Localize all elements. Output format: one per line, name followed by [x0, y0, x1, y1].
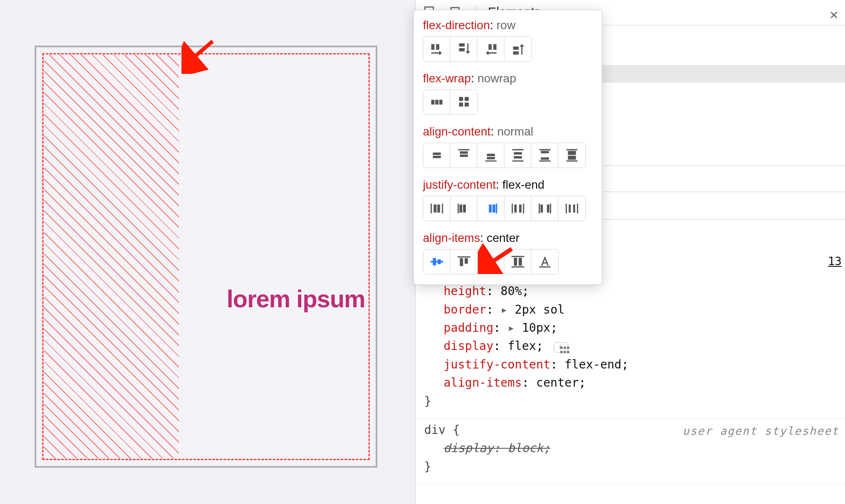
- svg-rect-37: [568, 156, 576, 160]
- align-content-center-button[interactable]: [423, 143, 450, 168]
- css-val[interactable]: 80%: [501, 284, 522, 298]
- svg-rect-63: [437, 259, 441, 264]
- css-val[interactable]: flex: [508, 339, 536, 353]
- svg-rect-54: [540, 205, 543, 213]
- css-prop: align-items: [444, 376, 522, 390]
- ua-stylesheet-label: user agent stylesheet: [682, 423, 839, 439]
- align-items-center-button[interactable]: [423, 249, 450, 274]
- svg-rect-55: [547, 205, 549, 213]
- svg-rect-36: [568, 151, 576, 155]
- align-content-stretch-button[interactable]: [558, 143, 585, 168]
- svg-rect-4: [431, 44, 434, 50]
- svg-rect-51: [519, 205, 521, 213]
- svg-rect-58: [569, 205, 571, 213]
- align-items-baseline-button[interactable]: [531, 249, 558, 274]
- align-content-space-around-button[interactable]: [504, 143, 531, 168]
- popover-label: align-content: normal: [423, 125, 593, 138]
- flex-overlay-outline: [42, 53, 370, 460]
- expand-icon[interactable]: ▸: [508, 321, 522, 335]
- flexbox-editor-popover: flex-direction: row flex-wrap: nowrap al…: [413, 10, 602, 285]
- svg-rect-24: [487, 154, 495, 156]
- expand-icon[interactable]: ▸: [501, 303, 515, 317]
- svg-rect-29: [514, 156, 522, 159]
- svg-rect-71: [514, 258, 517, 266]
- container-box: lorem ipsum: [35, 46, 377, 468]
- svg-rect-11: [513, 51, 519, 55]
- svg-rect-59: [573, 205, 575, 213]
- align-items-start-button[interactable]: [450, 249, 477, 274]
- svg-rect-23: [460, 154, 468, 157]
- selector: div: [424, 423, 446, 437]
- heading-text: lorem ipsum: [227, 285, 365, 313]
- align-content-space-between-button[interactable]: [531, 143, 558, 168]
- justify-content-space-around-button[interactable]: [504, 196, 531, 221]
- svg-rect-46: [489, 205, 492, 213]
- css-prop: justify-content: [444, 358, 550, 371]
- css-prop: border: [444, 303, 486, 317]
- svg-rect-18: [465, 103, 469, 107]
- svg-rect-10: [513, 46, 519, 50]
- source-link[interactable]: 13: [828, 255, 842, 268]
- css-rule-div[interactable]: user agent stylesheet div { display: blo…: [416, 418, 845, 484]
- css-prop: padding: [444, 321, 493, 335]
- svg-rect-68: [491, 260, 495, 266]
- svg-rect-5: [436, 44, 439, 50]
- css-val: block: [508, 441, 543, 455]
- svg-rect-33: [541, 157, 549, 160]
- popover-label: flex-wrap: nowrap: [423, 72, 593, 85]
- justify-content-end-button[interactable]: [477, 196, 504, 221]
- svg-rect-72: [518, 258, 522, 266]
- svg-rect-7: [459, 48, 464, 51]
- svg-rect-22: [460, 152, 468, 154]
- align-content-start-button[interactable]: [450, 143, 477, 168]
- css-val[interactable]: flex-end: [565, 358, 622, 371]
- popover-label: flex-direction: row: [423, 19, 593, 32]
- flex-direction-column-button[interactable]: [450, 37, 477, 61]
- svg-rect-50: [514, 205, 517, 213]
- svg-rect-62: [433, 258, 436, 265]
- svg-rect-15: [459, 97, 463, 101]
- close-icon[interactable]: ×: [830, 6, 838, 23]
- svg-rect-12: [431, 100, 434, 104]
- svg-rect-17: [459, 103, 463, 107]
- svg-rect-19: [433, 152, 441, 155]
- css-prop: display: [444, 441, 493, 455]
- svg-rect-41: [437, 205, 440, 213]
- popover-label: justify-content: flex-end: [423, 178, 593, 192]
- svg-rect-66: [464, 258, 468, 263]
- svg-rect-13: [435, 100, 439, 104]
- justify-content-space-evenly-button[interactable]: [558, 196, 585, 221]
- align-items-end-button[interactable]: [477, 249, 504, 274]
- css-val[interactable]: 10px: [522, 321, 550, 335]
- align-items-stretch-button[interactable]: [504, 249, 531, 274]
- svg-rect-9: [493, 44, 496, 50]
- css-prop: display: [444, 339, 493, 353]
- justify-content-center-button[interactable]: [423, 196, 450, 221]
- svg-rect-47: [492, 205, 495, 213]
- svg-rect-14: [439, 100, 442, 104]
- flex-wrap-nowrap-button[interactable]: [423, 90, 450, 114]
- svg-rect-16: [465, 97, 469, 101]
- flex-direction-column-reverse-button[interactable]: [504, 37, 531, 61]
- svg-rect-44: [459, 205, 462, 213]
- svg-rect-25: [487, 157, 495, 160]
- justify-content-space-between-button[interactable]: [531, 196, 558, 221]
- css-val[interactable]: center: [536, 376, 579, 390]
- page-preview: lorem ipsum: [0, 0, 415, 504]
- svg-rect-40: [433, 205, 436, 213]
- justify-content-start-button[interactable]: [450, 196, 477, 221]
- align-content-end-button[interactable]: [477, 143, 504, 168]
- svg-rect-45: [463, 205, 466, 213]
- svg-rect-67: [487, 258, 490, 266]
- css-val[interactable]: 2px sol: [515, 303, 565, 317]
- svg-rect-6: [459, 43, 464, 47]
- flex-direction-row-button[interactable]: [423, 37, 450, 61]
- svg-rect-28: [514, 152, 522, 154]
- svg-rect-32: [541, 151, 549, 154]
- css-prop: height: [444, 284, 486, 298]
- flex-editor-icon[interactable]: [554, 342, 568, 352]
- flex-direction-row-reverse-button[interactable]: [477, 37, 504, 61]
- flex-wrap-wrap-button[interactable]: [450, 90, 477, 114]
- svg-rect-65: [460, 258, 463, 266]
- svg-rect-8: [488, 44, 492, 50]
